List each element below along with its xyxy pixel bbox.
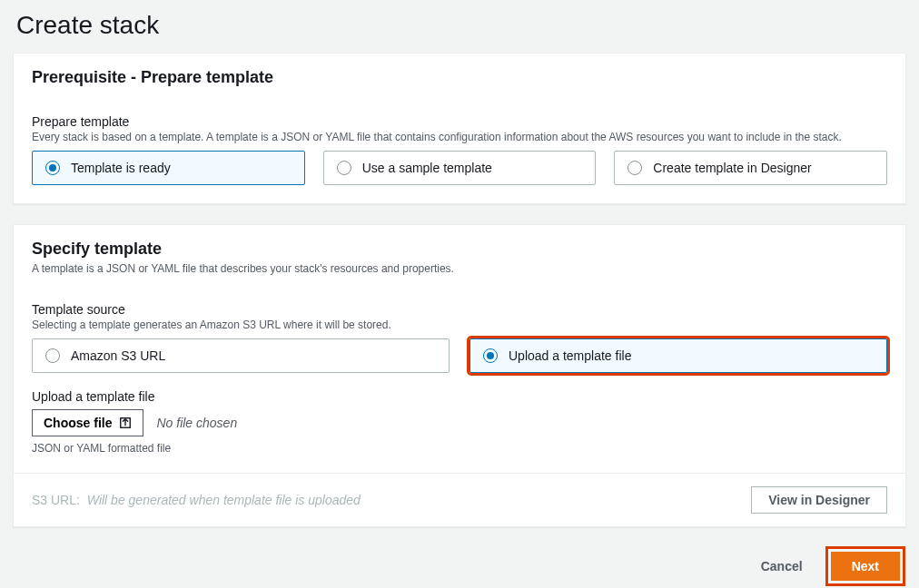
s3-url-text: S3 URL: Will be generated when template … [32,493,361,507]
option-sample-template[interactable]: Use a sample template [323,151,597,185]
specify-template-panel: Specify template A template is a JSON or… [13,224,906,527]
specify-sub: A template is a JSON or YAML file that d… [32,262,887,275]
radio-icon [337,161,351,175]
no-file-text: No file chosen [156,416,237,430]
prerequisite-panel: Prerequisite - Prepare template Prepare … [13,53,906,204]
upload-label: Upload a template file [32,389,887,404]
radio-icon [483,348,498,363]
choose-file-button[interactable]: Choose file [32,409,143,436]
radio-icon [627,161,642,175]
prepare-template-help: Every stack is based on a template. A te… [32,131,887,143]
page-title: Create stack [13,11,906,40]
choose-file-label: Choose file [44,416,112,430]
next-button[interactable]: Next [831,552,900,581]
option-amazon-s3-url[interactable]: Amazon S3 URL [32,338,450,373]
option-label: Use a sample template [362,161,492,175]
option-label: Amazon S3 URL [71,348,165,363]
option-create-designer[interactable]: Create template in Designer [614,151,887,185]
template-source-options: Amazon S3 URL Upload a template file [32,338,887,373]
prepare-template-label: Prepare template [32,114,887,129]
template-source-help: Selecting a template generates an Amazon… [32,318,887,331]
s3-url-value: Will be generated when template file is … [87,493,361,507]
prepare-template-options: Template is ready Use a sample template … [32,151,887,185]
action-bar: Cancel Next [13,547,906,583]
option-label: Create template in Designer [653,161,811,175]
upload-section: Upload a template file Choose file No fi… [32,389,887,455]
specify-heading: Specify template [32,240,887,259]
s3-url-label: S3 URL: [32,493,80,507]
cancel-button[interactable]: Cancel [752,552,812,581]
next-highlight: Next [828,549,903,583]
option-label: Upload a template file [509,348,631,363]
radio-icon [45,348,60,363]
option-template-ready[interactable]: Template is ready [32,151,305,185]
option-label: Template is ready [71,161,171,175]
option-upload-template-file[interactable]: Upload a template file [469,338,887,373]
specify-footer: S3 URL: Will be generated when template … [14,473,905,526]
prerequisite-heading: Prerequisite - Prepare template [32,68,887,87]
upload-icon [119,416,132,429]
view-in-designer-button[interactable]: View in Designer [751,486,887,514]
radio-icon [45,161,60,175]
template-source-label: Template source [32,302,887,317]
format-hint: JSON or YAML formatted file [32,442,887,455]
